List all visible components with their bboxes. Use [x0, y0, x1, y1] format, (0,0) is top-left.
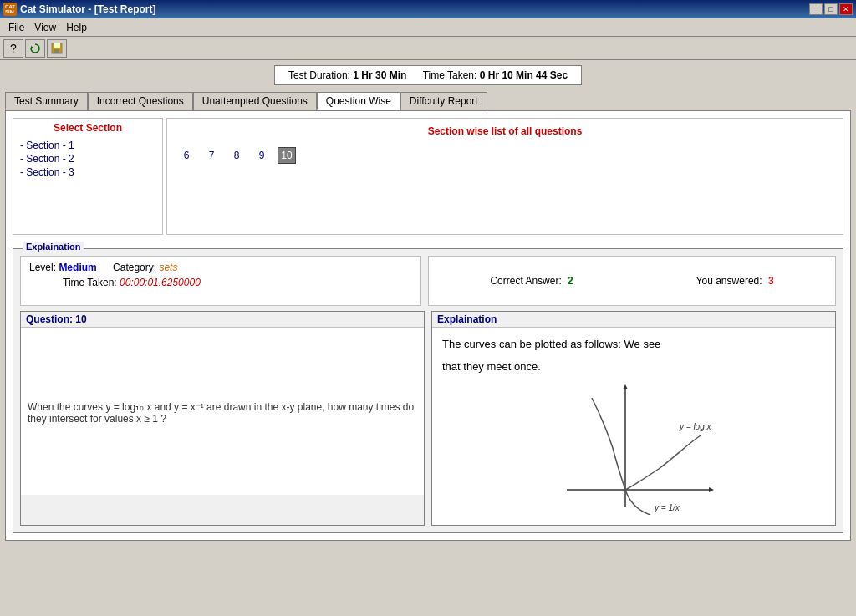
- question-text: When the curves y = log₁₀ x and y = x⁻¹ …: [28, 401, 417, 425]
- question-panel-title: Question: 10: [21, 312, 424, 328]
- q-num-8[interactable]: 8: [227, 147, 246, 164]
- maximize-button[interactable]: □: [824, 3, 838, 15]
- svg-marker-7: [623, 384, 628, 389]
- time-taken-label: Time Taken:: [423, 69, 477, 81]
- minimize-button[interactable]: _: [809, 3, 823, 15]
- toolbar: ?: [0, 37, 856, 60]
- svg-text:y = log x: y = log x: [679, 422, 712, 431]
- refresh-toolbar-button[interactable]: [25, 39, 45, 58]
- q-num-10[interactable]: 10: [278, 147, 296, 164]
- duration-bar: Test Duration: 1 Hr 30 Min Time Taken: 0…: [5, 65, 851, 85]
- explanation-text-1: The curves can be plotted as follows: We…: [442, 338, 825, 350]
- tab-incorrect-questions[interactable]: Incorrect Questions: [88, 92, 193, 110]
- q-num-7[interactable]: 7: [202, 147, 221, 164]
- window-title: Cat Simulator - [Test Report]: [20, 3, 155, 15]
- questions-area: Section wise list of all questions 6 7 8…: [166, 118, 843, 235]
- close-button[interactable]: ✕: [839, 3, 853, 15]
- svg-rect-3: [54, 49, 59, 53]
- tab-test-summary[interactable]: Test Summary: [5, 92, 88, 110]
- svg-text:y = 1/x: y = 1/x: [654, 503, 680, 512]
- duration-box: Test Duration: 1 Hr 30 Min Time Taken: 0…: [274, 65, 582, 85]
- correct-answer-label: Correct Answer:: [490, 275, 561, 287]
- category-value: sets: [159, 262, 177, 273]
- window-controls[interactable]: _ □ ✕: [809, 3, 853, 15]
- app-icon: CATSIM: [3, 3, 17, 16]
- explanation-panel-title: Explaination: [432, 312, 835, 328]
- explanation-inner: Level: Medium Category: sets Time Taken:…: [20, 256, 836, 306]
- questions-area-title: Section wise list of all questions: [174, 125, 836, 137]
- you-answered-value: 3: [768, 275, 774, 287]
- section-list: Select Section Section - 1 Section - 2 S…: [13, 118, 163, 235]
- explanation-outer-title: Explaination: [23, 242, 84, 252]
- bottom-panels: Question: 10 When the curves y = log₁₀ x…: [20, 311, 836, 526]
- q-num-6[interactable]: 6: [177, 147, 196, 164]
- main-content: Test Duration: 1 Hr 30 Min Time Taken: 0…: [0, 60, 856, 616]
- explanation-outer: Explaination Level: Medium Category: set…: [13, 248, 843, 533]
- tab-bar: Test Summary Incorrect Questions Unattem…: [5, 92, 851, 110]
- explanation-text-2: that they meet once.: [442, 360, 825, 373]
- meta-time-value: 00:00:01.6250000: [120, 277, 201, 288]
- category-label: Category:: [113, 262, 156, 273]
- question-panel: Question: 10 When the curves y = log₁₀ x…: [20, 311, 425, 526]
- tab-question-wise[interactable]: Question Wise: [317, 92, 400, 110]
- test-duration-label: Test Duration:: [288, 69, 350, 81]
- graph-svg: y = log x y = 1/x: [550, 381, 717, 515]
- menu-help[interactable]: Help: [61, 20, 92, 35]
- svg-rect-2: [54, 43, 60, 48]
- help-toolbar-button[interactable]: ?: [3, 39, 23, 58]
- correct-answer-value: 2: [568, 275, 573, 287]
- section-list-title: Select Section: [17, 122, 159, 134]
- tab-unattempted-questions[interactable]: Unattempted Questions: [193, 92, 317, 110]
- menu-file[interactable]: File: [3, 20, 29, 35]
- section-item-3[interactable]: Section - 3: [17, 165, 159, 179]
- section-item-1[interactable]: Section - 1: [17, 139, 159, 152]
- menu-bar: File View Help: [0, 18, 856, 37]
- meta-time-label: Time Taken:: [63, 277, 117, 288]
- explanation-panel-content: The curves can be plotted as follows: We…: [432, 328, 835, 525]
- save-toolbar-button[interactable]: [47, 39, 67, 58]
- answer-box: Correct Answer: 2 You answered: 3: [428, 256, 836, 306]
- level-label: Level:: [29, 262, 56, 273]
- level-value: Medium: [59, 262, 96, 273]
- menu-view[interactable]: View: [29, 20, 61, 35]
- meta-box: Level: Medium Category: sets Time Taken:…: [20, 256, 421, 306]
- title-bar: CATSIM Cat Simulator - [Test Report] _ □…: [0, 0, 856, 18]
- you-answered-label: You answered:: [696, 275, 762, 287]
- explanation-panel: Explaination The curves can be plotted a…: [431, 311, 836, 526]
- tab-difficulty-report[interactable]: Diffculty Report: [400, 92, 487, 110]
- question-panel-content: When the curves y = log₁₀ x and y = x⁻¹ …: [21, 328, 424, 495]
- graph-area: y = log x y = 1/x: [442, 381, 825, 515]
- content-panel: Select Section Section - 1 Section - 2 S…: [5, 110, 851, 541]
- question-numbers: 6 7 8 9 10: [174, 144, 836, 167]
- time-taken-value: 0 Hr 10 Min 44 Sec: [480, 69, 568, 81]
- test-duration-value: 1 Hr 30 Min: [353, 69, 406, 81]
- section-layout: Select Section Section - 1 Section - 2 S…: [13, 118, 843, 235]
- q-num-9[interactable]: 9: [252, 147, 271, 164]
- svg-marker-6: [709, 487, 714, 492]
- svg-marker-0: [31, 46, 33, 49]
- section-item-2[interactable]: Section - 2: [17, 152, 159, 165]
